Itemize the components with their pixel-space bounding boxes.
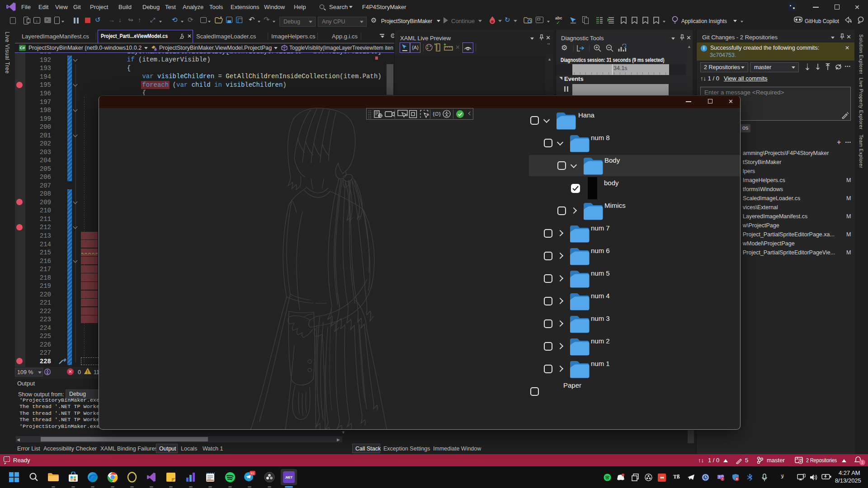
svg-text:.NET: .NET <box>285 475 293 479</box>
svg-text:T: T <box>718 475 721 479</box>
svg-text:93: 93 <box>250 472 254 475</box>
